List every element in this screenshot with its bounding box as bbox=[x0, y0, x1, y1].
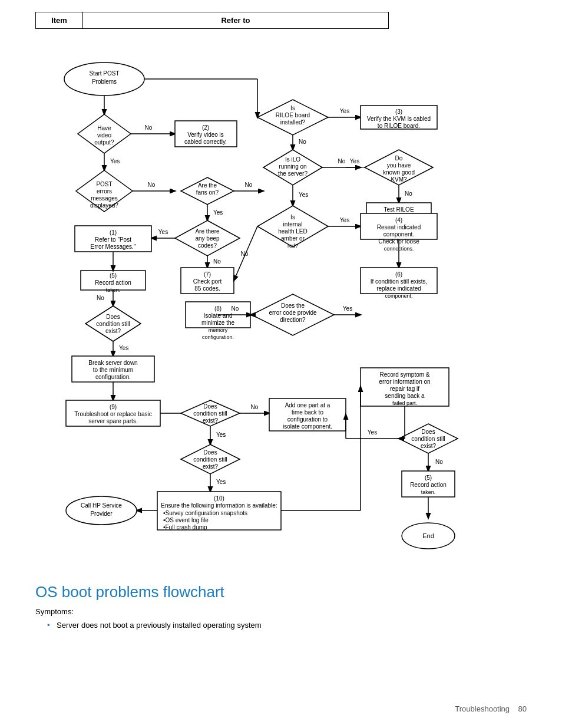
svg-text:to the minimum: to the minimum bbox=[93, 367, 133, 373]
svg-text:failed part.: failed part. bbox=[392, 400, 417, 406]
footer-label: Troubleshooting bbox=[455, 704, 510, 713]
svg-text:Yes: Yes bbox=[340, 217, 349, 223]
svg-text:(1): (1) bbox=[110, 229, 117, 236]
svg-text:server spare parts.: server spare parts. bbox=[88, 418, 137, 424]
svg-text:Refer to "Post: Refer to "Post bbox=[95, 236, 131, 243]
svg-text:the server?: the server? bbox=[278, 170, 308, 177]
svg-text:isolate component.: isolate component. bbox=[283, 423, 332, 430]
svg-text:End: End bbox=[422, 532, 434, 539]
svg-text:exist?: exist? bbox=[203, 463, 219, 470]
svg-text:Is: Is bbox=[290, 105, 295, 111]
svg-text:amber or: amber or bbox=[281, 235, 305, 242]
svg-text:component.: component. bbox=[384, 231, 414, 238]
os-boot-section: OS boot problems flowchart Symptoms: Ser… bbox=[35, 583, 527, 630]
svg-text:•Survey configuration snapshot: •Survey configuration snapshots bbox=[163, 510, 247, 516]
svg-text:Verify video is: Verify video is bbox=[187, 131, 224, 138]
svg-text:Does the: Does the bbox=[281, 302, 305, 309]
svg-text:Provider: Provider bbox=[90, 510, 113, 517]
svg-text:(10): (10) bbox=[214, 495, 224, 502]
svg-text:Isolate and: Isolate and bbox=[204, 312, 233, 319]
svg-text:Yes: Yes bbox=[213, 209, 223, 216]
svg-text:85 codes.: 85 codes. bbox=[194, 285, 220, 292]
svg-text:•OS event log file: •OS event log file bbox=[163, 517, 209, 523]
svg-text:sending back a: sending back a bbox=[385, 393, 425, 399]
svg-text:red?: red? bbox=[287, 243, 298, 249]
svg-text:Does: Does bbox=[203, 403, 217, 410]
svg-text:(5): (5) bbox=[110, 272, 117, 279]
post-problems-flowchart: Start POST Problems Have video output? N… bbox=[35, 47, 527, 565]
svg-text:Error Messages.": Error Messages." bbox=[91, 243, 136, 250]
svg-text:(4): (4) bbox=[395, 217, 402, 223]
svg-text:RILOE board: RILOE board bbox=[276, 112, 310, 118]
svg-text:Yes: Yes bbox=[110, 158, 120, 164]
svg-text:Record symptom &: Record symptom & bbox=[379, 371, 429, 378]
svg-text:Start POST: Start POST bbox=[89, 70, 119, 77]
svg-text:•Full crash dump: •Full crash dump bbox=[163, 524, 207, 531]
svg-text:running on: running on bbox=[279, 163, 306, 170]
table-header-item: Item bbox=[36, 12, 83, 29]
svg-text:Does: Does bbox=[203, 449, 217, 456]
svg-text:Reseat indicated: Reseat indicated bbox=[377, 224, 421, 230]
svg-text:No: No bbox=[97, 295, 104, 301]
svg-text:exist?: exist? bbox=[203, 417, 219, 424]
svg-text:Yes: Yes bbox=[368, 429, 377, 436]
svg-text:messages: messages bbox=[91, 195, 118, 202]
svg-text:Does: Does bbox=[421, 429, 435, 435]
svg-text:installed?: installed? bbox=[280, 119, 306, 126]
svg-text:condition still: condition still bbox=[96, 321, 130, 327]
svg-text:output?: output? bbox=[94, 139, 114, 146]
svg-text:known good: known good bbox=[383, 169, 415, 176]
svg-text:configuration.: configuration. bbox=[95, 374, 131, 380]
svg-text:Check port: Check port bbox=[193, 278, 222, 285]
svg-text:Record action: Record action bbox=[410, 482, 447, 488]
svg-text:exist?: exist? bbox=[421, 443, 437, 449]
svg-text:No: No bbox=[299, 139, 306, 145]
reference-table: Item Refer to bbox=[35, 12, 389, 29]
svg-text:fans on?: fans on? bbox=[196, 189, 219, 196]
svg-text:internal: internal bbox=[283, 221, 303, 228]
svg-text:No: No bbox=[435, 459, 443, 465]
svg-text:any beep: any beep bbox=[195, 235, 220, 242]
svg-text:No: No bbox=[148, 182, 156, 188]
svg-text:Is: Is bbox=[290, 214, 295, 220]
svg-text:Call HP Service: Call HP Service bbox=[81, 502, 122, 509]
svg-text:cabled correctly.: cabled correctly. bbox=[184, 139, 227, 145]
svg-text:to RILOE board.: to RILOE board. bbox=[378, 123, 420, 129]
svg-text:displayed?: displayed? bbox=[90, 202, 118, 209]
svg-text:Ensure the following informati: Ensure the following information is avai… bbox=[161, 502, 277, 509]
svg-text:(6): (6) bbox=[395, 271, 402, 278]
svg-text:No: No bbox=[232, 305, 239, 312]
svg-text:No: No bbox=[213, 258, 221, 265]
svg-text:(7): (7) bbox=[204, 271, 211, 278]
svg-text:time back to: time back to bbox=[292, 409, 323, 416]
svg-text:(2): (2) bbox=[202, 124, 209, 131]
svg-text:KVM?: KVM? bbox=[391, 176, 407, 183]
svg-text:No: No bbox=[251, 404, 259, 410]
symptoms-label: Symptoms: bbox=[35, 607, 527, 616]
svg-text:configuration.: configuration. bbox=[202, 334, 234, 340]
svg-text:memory: memory bbox=[209, 327, 228, 333]
svg-text:error code provide: error code provide bbox=[269, 309, 317, 316]
svg-text:exist?: exist? bbox=[105, 328, 121, 334]
svg-text:replace indicated: replace indicated bbox=[376, 285, 421, 292]
table-header-refer: Refer to bbox=[83, 12, 389, 29]
svg-text:condition still: condition still bbox=[193, 410, 227, 417]
svg-text:Does: Does bbox=[106, 314, 120, 320]
page-number: 80 bbox=[518, 704, 527, 713]
svg-text:you have: you have bbox=[387, 162, 411, 169]
svg-text:(8): (8) bbox=[214, 305, 222, 312]
svg-text:Verify the KVM is cabled: Verify the KVM is cabled bbox=[367, 116, 431, 122]
flowchart-svg: Start POST Problems Have video output? N… bbox=[39, 47, 523, 565]
svg-text:taken.: taken. bbox=[421, 489, 436, 495]
svg-text:No: No bbox=[338, 158, 346, 164]
section-title: OS boot problems flowchart bbox=[35, 583, 527, 601]
svg-text:Have: Have bbox=[97, 125, 111, 131]
svg-text:repair tag if: repair tag if bbox=[390, 386, 419, 392]
svg-text:Are there: Are there bbox=[195, 228, 220, 235]
svg-text:Yes: Yes bbox=[158, 229, 168, 235]
svg-text:Troubleshoot or replace basic: Troubleshoot or replace basic bbox=[74, 411, 151, 417]
svg-text:No: No bbox=[405, 190, 412, 197]
svg-text:Yes: Yes bbox=[216, 479, 226, 485]
svg-text:(9): (9) bbox=[110, 404, 117, 410]
svg-text:Problems: Problems bbox=[92, 78, 117, 85]
